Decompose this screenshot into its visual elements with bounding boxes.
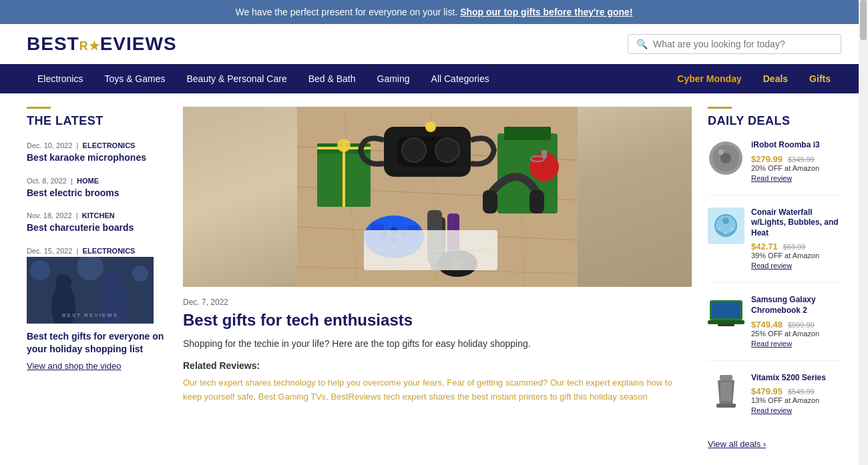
- deal-item: iRobot Roomba i3 $279.99 $349.99 20% OFF…: [708, 140, 841, 195]
- deals-title-bar: [708, 107, 732, 109]
- main-content: THE LATEST Dec. 10, 2022 | ELECTRONICS B…: [0, 93, 868, 462]
- nav-item-deals[interactable]: Deals: [752, 64, 799, 93]
- article-title[interactable]: Best charcuterie boards: [27, 221, 167, 235]
- deal-pricing: $479.95 $549.99: [751, 386, 841, 396]
- list-item: Dec. 10, 2022 | ELECTRONICS Best karaoke…: [27, 141, 167, 165]
- svg-point-56: [718, 227, 721, 230]
- article-excerpt: Shopping for the techie in your life? He…: [183, 337, 692, 351]
- svg-rect-64: [716, 404, 736, 408]
- deal-original-price: $69.99: [783, 243, 806, 251]
- scrollbar-thumb[interactable]: [860, 0, 867, 40]
- article-date: Dec. 10, 2022: [27, 141, 73, 149]
- svg-point-55: [722, 217, 729, 224]
- right-column: DAILY DEALS iRobot Roomba i3 $279.99 $34…: [708, 107, 841, 449]
- deal-pricing: $279.99 $349.99: [751, 153, 841, 164]
- deal-pricing: $42.71 $69.99: [751, 241, 841, 252]
- article-date: Oct. 8, 2022: [27, 177, 67, 185]
- hero-image: [183, 107, 692, 287]
- svg-text:BEST REVIEWS: BEST REVIEWS: [62, 312, 118, 318]
- list-item: Oct. 8, 2022 | HOME Best electric brooms: [27, 177, 167, 200]
- chromebook-svg: [708, 295, 744, 332]
- nav-item-bed-bath[interactable]: Bed & Bath: [298, 64, 367, 93]
- deal-image-vitamix: [708, 373, 744, 410]
- nav-item-beauty[interactable]: Beauty & Personal Care: [176, 64, 298, 93]
- list-item: Dec. 15, 2022 | ELECTRONICS: [27, 247, 167, 371]
- article-category: ELECTRONICS: [83, 247, 136, 255]
- conair-svg: [708, 207, 744, 244]
- deal-name[interactable]: Vitamix 5200 Series: [751, 373, 841, 384]
- deal-original-price: $999.99: [788, 321, 815, 329]
- deal-name[interactable]: iRobot Roomba i3: [751, 140, 841, 151]
- featured-image-svg: BEST REVIEWS: [27, 257, 154, 324]
- center-column: Dec. 7, 2022 Best gifts for tech enthusi…: [183, 107, 692, 449]
- view-shop-link[interactable]: View and shop the video: [27, 361, 121, 371]
- deal-discount: 13% OFF at Amazon: [751, 396, 841, 404]
- deal-read-review-link[interactable]: Read review: [751, 406, 792, 414]
- view-all-deals-link[interactable]: View all deals ›: [708, 439, 841, 449]
- nav-item-gaming[interactable]: Gaming: [367, 64, 421, 93]
- svg-rect-40: [529, 190, 544, 213]
- roomba-svg: [708, 140, 744, 177]
- crown-icon: R★: [79, 39, 100, 53]
- deal-name[interactable]: Samsung Galaxy Chromebook 2: [751, 295, 841, 316]
- nav-item-electronics[interactable]: Electronics: [27, 64, 93, 93]
- related-reviews-label: Related Reviews:: [183, 360, 692, 371]
- svg-point-21: [337, 139, 351, 152]
- deal-info: Samsung Galaxy Chromebook 2 $749.48 $999…: [751, 295, 841, 348]
- article-title[interactable]: Best karaoke microphones: [27, 151, 167, 165]
- article-category: HOME: [77, 177, 99, 185]
- article-title[interactable]: Best electric brooms: [27, 187, 167, 200]
- article-headline[interactable]: Best gifts for tech enthusiasts: [183, 311, 692, 330]
- svg-point-27: [435, 138, 459, 162]
- deal-image-roomba: [708, 140, 744, 177]
- latest-title-bar: [27, 107, 51, 109]
- svg-point-7: [105, 270, 122, 287]
- deal-price: $279.99: [751, 154, 783, 164]
- deal-name[interactable]: Conair Waterfall w/Lights, Bubbles, and …: [751, 207, 841, 239]
- svg-rect-60: [712, 302, 740, 318]
- article-meta: Nov. 18, 2022 | KITCHEN: [27, 211, 167, 219]
- deal-original-price: $549.99: [788, 388, 815, 396]
- deal-read-review-link[interactable]: Read review: [751, 174, 792, 182]
- deal-pricing: $749.48 $999.99: [751, 319, 841, 330]
- daily-deals-title: DAILY DEALS: [708, 114, 841, 128]
- article-meta: Dec. 10, 2022 | ELECTRONICS: [27, 141, 167, 149]
- nav-item-cyber-monday[interactable]: Cyber Monday: [666, 64, 752, 93]
- svg-point-28: [425, 121, 436, 132]
- deal-info: Conair Waterfall w/Lights, Bubbles, and …: [751, 207, 841, 271]
- search-icon: 🔍: [636, 39, 648, 49]
- svg-point-1: [30, 260, 50, 280]
- deal-image-chromebook: [708, 295, 744, 332]
- featured-img-label: BEST REVIEWS: [27, 257, 154, 324]
- search-input[interactable]: [653, 39, 833, 49]
- svg-point-57: [724, 231, 727, 234]
- deal-read-review-link[interactable]: Read review: [751, 262, 792, 270]
- deal-discount: 39% OFF at Amazon: [751, 252, 841, 260]
- banner-link[interactable]: Shop our top gifts before they're gone!: [460, 7, 632, 17]
- deal-price: $749.48: [751, 320, 783, 330]
- deal-item: Vitamix 5200 Series $479.95 $549.99 13% …: [708, 373, 841, 428]
- deal-price: $479.95: [751, 386, 783, 396]
- featured-article-image: BEST REVIEWS: [27, 257, 154, 324]
- svg-point-58: [730, 227, 733, 230]
- nav-item-gifts[interactable]: Gifts: [799, 64, 841, 93]
- hero-svg: [297, 107, 578, 287]
- left-column: THE LATEST Dec. 10, 2022 | ELECTRONICS B…: [27, 107, 167, 449]
- logo[interactable]: BESTR★EVIEWS: [27, 33, 177, 55]
- svg-rect-65: [720, 382, 732, 401]
- related-links[interactable]: Our tech expert shares technology to hel…: [183, 376, 692, 404]
- deal-read-review-link[interactable]: Read review: [751, 340, 792, 348]
- top-banner: We have the perfect present for everyone…: [0, 0, 868, 24]
- featured-article-title[interactable]: Best tech gifts for everyone on your hol…: [27, 330, 167, 356]
- nav-item-toys-games[interactable]: Toys & Games: [93, 64, 176, 93]
- nav-item-all-categories[interactable]: All Categories: [421, 64, 500, 93]
- svg-rect-62: [718, 324, 734, 326]
- scrollbar-track[interactable]: [859, 0, 868, 462]
- banner-text: We have the perfect present for everyone…: [235, 7, 457, 17]
- hero-image-visual: [183, 107, 692, 287]
- svg-point-2: [132, 266, 148, 282]
- article-date: Dec. 15, 2022: [27, 247, 73, 255]
- article-meta: Oct. 8, 2022 | HOME: [27, 177, 167, 185]
- svg-point-5: [55, 274, 71, 290]
- svg-rect-61: [708, 320, 744, 324]
